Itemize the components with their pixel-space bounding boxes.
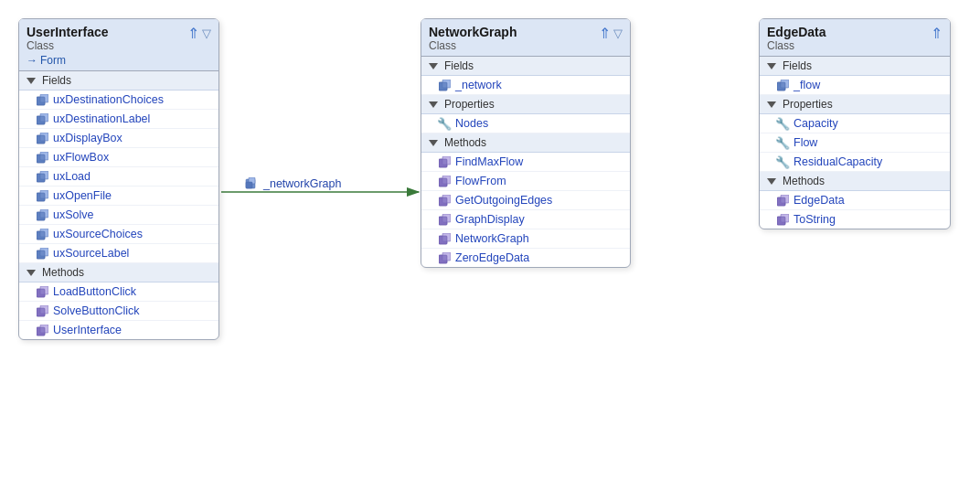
svg-rect-49 (439, 178, 447, 187)
properties-section-header-ng[interactable]: Properties (421, 95, 630, 114)
field-icon (438, 79, 451, 91)
class-name-networkgraph: NetworkGraph (429, 25, 517, 39)
method-icon (438, 155, 451, 168)
list-item: GetOutgoingEdges (421, 191, 630, 210)
list-item: SolveButtonClick (19, 302, 218, 321)
filter-icon-networkgraph[interactable]: ▽ (613, 27, 623, 40)
property-icon: 🔧 (776, 117, 789, 130)
svg-rect-37 (37, 308, 45, 316)
methods-section-header-ed[interactable]: Methods (760, 172, 950, 191)
fields-section-header-ng[interactable]: Fields (421, 57, 630, 76)
method-icon (438, 232, 451, 245)
list-item: UserInterface (19, 321, 218, 339)
fields-collapse-ng (429, 63, 438, 69)
list-item: NetworkGraph (421, 229, 630, 249)
list-item: 🔧 Nodes (421, 114, 630, 133)
properties-section-header-ed[interactable]: Properties (760, 95, 950, 114)
field-icon (36, 247, 48, 260)
field-icon (36, 189, 48, 202)
list-item: uxDestinationLabel (19, 110, 218, 129)
field-icon (36, 228, 48, 240)
list-item: uxDisplayBox (19, 129, 218, 148)
svg-rect-16 (37, 155, 45, 163)
field-icon (36, 151, 48, 164)
properties-label-ng: Properties (444, 98, 495, 111)
collapse-icon-networkgraph[interactable]: ⇑ (599, 25, 611, 42)
field-icon (36, 112, 48, 125)
svg-rect-28 (37, 231, 45, 240)
list-item: _flow (760, 76, 950, 95)
fields-collapse-ed (767, 63, 776, 69)
methods-collapse-ed (767, 178, 776, 185)
class-parent-userinterface: → Form (27, 54, 109, 67)
svg-rect-7 (37, 97, 45, 105)
collapse-icon-userinterface[interactable]: ⇑ (187, 25, 199, 42)
svg-rect-4 (246, 182, 252, 188)
svg-rect-22 (37, 193, 45, 201)
list-item: uxOpenFile (19, 187, 218, 206)
property-icon: 🔧 (776, 136, 789, 149)
properties-collapse-ng (429, 101, 438, 108)
class-box-userinterface: UserInterface Class → Form ⇑ ▽ Fields ux… (18, 18, 219, 340)
fields-collapse-ui (27, 78, 36, 84)
class-stereotype-userinterface: Class (27, 39, 109, 52)
svg-rect-55 (439, 217, 447, 225)
method-icon (438, 213, 451, 226)
list-item: ToString (760, 210, 950, 229)
class-box-edgedata: EdgeData Class ⇑ Fields _flow Properties… (759, 18, 951, 229)
list-item: GraphDisplay (421, 210, 630, 229)
list-item: uxDestinationChoices (19, 91, 218, 110)
methods-collapse-ng (429, 140, 438, 146)
list-item: _network (421, 76, 630, 95)
method-icon (438, 194, 451, 207)
list-item: uxSolve (19, 206, 218, 225)
fields-section-header-ed[interactable]: Fields (760, 57, 950, 76)
list-item: ZeroEdgeData (421, 249, 630, 267)
list-item: FlowFrom (421, 172, 630, 191)
class-name-edgedata: EdgeData (767, 25, 826, 39)
list-item: uxSourceLabel (19, 244, 218, 263)
list-item: FindMaxFlow (421, 153, 630, 172)
class-header-networkgraph: NetworkGraph Class ⇑ ▽ (421, 19, 630, 57)
fields-label-ed: Fields (783, 59, 812, 72)
svg-rect-70 (777, 217, 785, 225)
list-item: 🔧 ResidualCapacity (760, 153, 950, 172)
property-icon: 🔧 (776, 155, 789, 168)
class-header-userinterface: UserInterface Class → Form ⇑ ▽ (19, 19, 218, 71)
svg-rect-34 (37, 289, 45, 297)
method-icon (438, 175, 451, 187)
class-stereotype-networkgraph: Class (429, 39, 517, 52)
svg-rect-19 (37, 174, 45, 182)
methods-label-ed: Methods (783, 175, 825, 187)
list-item: uxLoad (19, 167, 218, 187)
method-icon (776, 213, 789, 226)
methods-collapse-ui (27, 270, 36, 276)
svg-rect-64 (777, 82, 785, 91)
fields-section-header-ui[interactable]: Fields (19, 71, 218, 91)
field-icon (36, 132, 48, 144)
svg-rect-25 (37, 212, 45, 220)
method-icon (776, 194, 789, 207)
field-icon (36, 170, 48, 183)
list-item: uxSourceChoices (19, 225, 218, 244)
methods-section-header-ng[interactable]: Methods (421, 133, 630, 153)
methods-section-header-ui[interactable]: Methods (19, 263, 218, 282)
class-name-userinterface: UserInterface (27, 25, 109, 39)
svg-rect-61 (439, 255, 447, 263)
methods-label-ng: Methods (444, 136, 486, 149)
list-item: 🔧 Capacity (760, 114, 950, 133)
svg-rect-43 (439, 82, 447, 91)
svg-rect-52 (439, 197, 447, 206)
properties-label-ed: Properties (783, 98, 833, 111)
class-box-networkgraph: NetworkGraph Class ⇑ ▽ Fields _network P… (421, 18, 631, 268)
list-item: 🔧 Flow (760, 133, 950, 153)
list-item: LoadButtonClick (19, 282, 218, 302)
fields-label-ng: Fields (444, 59, 474, 72)
collapse-icon-edgedata[interactable]: ⇑ (931, 25, 943, 42)
class-stereotype-edgedata: Class (767, 39, 826, 52)
method-icon (36, 285, 48, 298)
filter-icon-userinterface[interactable]: ▽ (202, 27, 211, 40)
list-item: uxFlowBox (19, 148, 218, 167)
svg-rect-58 (439, 236, 447, 244)
field-icon (776, 79, 789, 91)
